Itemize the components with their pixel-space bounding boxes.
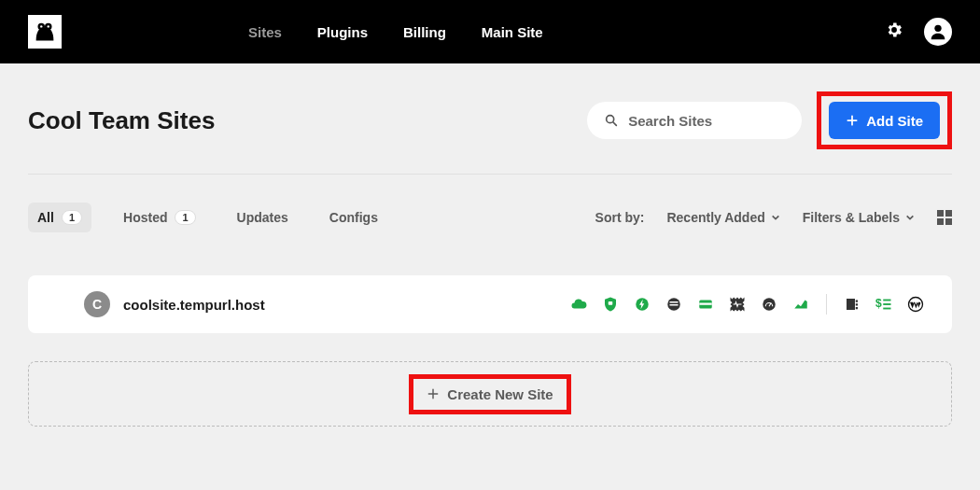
search-icon xyxy=(604,113,619,128)
site-name: coolsite.tempurl.host xyxy=(123,297,265,313)
svg-line-6 xyxy=(613,122,616,125)
filters-labels-dropdown[interactable]: Filters & Labels xyxy=(803,210,915,225)
gauge-icon[interactable] xyxy=(761,296,777,313)
chart-icon[interactable] xyxy=(792,296,809,313)
site-initial-badge: C xyxy=(84,291,110,317)
search-input[interactable] xyxy=(628,113,785,129)
sort-by-dropdown[interactable]: Recently Added xyxy=(666,210,779,225)
tab-all[interactable]: All 1 xyxy=(28,203,91,232)
svg-rect-19 xyxy=(856,307,858,309)
svg-rect-10 xyxy=(670,301,679,303)
health-icon[interactable] xyxy=(729,296,746,313)
cloud-icon[interactable] xyxy=(570,296,587,313)
tab-hosted[interactable]: Hosted 1 xyxy=(114,203,205,232)
svg-text:$: $ xyxy=(875,297,882,310)
icon-separator xyxy=(826,294,827,315)
main-nav: Sites Plugins Billing Main Site xyxy=(248,24,543,40)
sort-by-label: Sort by: xyxy=(595,210,645,225)
create-new-label: Create New Site xyxy=(447,386,553,402)
sort-by-value: Recently Added xyxy=(666,210,764,225)
plus-icon xyxy=(427,387,440,400)
page-title: Cool Team Sites xyxy=(28,106,215,135)
header-divider xyxy=(28,174,952,175)
svg-point-3 xyxy=(48,25,49,27)
tab-updates[interactable]: Updates xyxy=(228,203,298,232)
tab-configs[interactable]: Configs xyxy=(320,203,387,232)
card-icon[interactable] xyxy=(697,296,714,313)
settings-button[interactable] xyxy=(885,21,903,43)
svg-rect-17 xyxy=(856,301,858,302)
svg-rect-16 xyxy=(847,299,855,310)
tab-updates-label: Updates xyxy=(237,210,288,225)
svg-rect-11 xyxy=(670,304,679,306)
money-icon[interactable]: $ xyxy=(875,296,892,313)
tab-hosted-label: Hosted xyxy=(123,210,167,225)
svg-rect-18 xyxy=(856,303,858,305)
tab-configs-label: Configs xyxy=(329,210,378,225)
stack-icon[interactable] xyxy=(665,296,682,313)
plus-icon xyxy=(846,114,859,127)
gear-icon xyxy=(885,21,903,39)
add-site-button[interactable]: Add Site xyxy=(829,102,940,139)
create-new-row: Create New Site xyxy=(28,361,952,427)
user-icon xyxy=(928,21,948,42)
bolt-icon[interactable] xyxy=(634,296,651,313)
site-row[interactable]: C coolsite.tempurl.host $ xyxy=(28,275,952,333)
chevron-down-icon xyxy=(771,213,780,222)
nav-billing[interactable]: Billing xyxy=(403,24,446,40)
chevron-down-icon xyxy=(905,213,915,222)
gorilla-icon xyxy=(31,18,59,46)
filters-labels-text: Filters & Labels xyxy=(803,210,900,225)
tab-all-count: 1 xyxy=(62,210,82,225)
site-tool-icons: $ xyxy=(570,294,924,315)
user-avatar[interactable] xyxy=(924,18,952,46)
topbar: Sites Plugins Billing Main Site xyxy=(0,0,980,63)
svg-rect-7 xyxy=(609,301,613,305)
svg-point-14 xyxy=(763,298,776,311)
svg-rect-13 xyxy=(699,303,712,305)
wordpress-icon[interactable] xyxy=(907,296,924,313)
nav-main-site[interactable]: Main Site xyxy=(482,24,543,40)
tab-all-label: All xyxy=(37,210,54,225)
nav-sites[interactable]: Sites xyxy=(248,24,282,40)
create-new-highlight: Create New Site xyxy=(409,374,570,414)
svg-point-2 xyxy=(40,25,42,27)
grid-view-toggle[interactable] xyxy=(937,210,952,225)
server-icon[interactable] xyxy=(844,296,861,313)
add-site-highlight: Add Site xyxy=(817,91,952,149)
shield-icon[interactable] xyxy=(602,296,619,313)
svg-point-4 xyxy=(934,25,941,32)
nav-plugins[interactable]: Plugins xyxy=(317,24,368,40)
filter-row: All 1 Hosted 1 Updates Configs Sort by: … xyxy=(28,203,952,232)
page-header: Cool Team Sites Add Site xyxy=(28,91,952,149)
add-site-label: Add Site xyxy=(866,113,923,129)
create-new-site-button[interactable]: Create New Site xyxy=(427,386,553,402)
search-box[interactable] xyxy=(587,102,802,139)
tab-hosted-count: 1 xyxy=(175,210,195,225)
brand-logo[interactable] xyxy=(28,15,62,49)
